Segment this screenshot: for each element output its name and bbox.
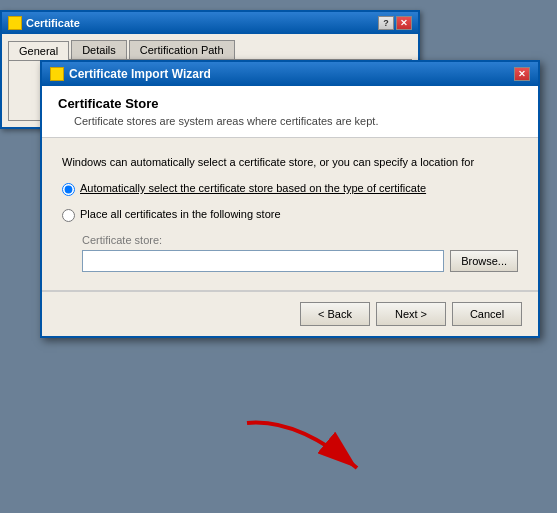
- wizard-title: Certificate Import Wizard: [69, 67, 211, 81]
- radio-manual-label[interactable]: Place all certificates in the following …: [80, 208, 281, 220]
- radio-auto-option: Automatically select the certificate sto…: [62, 182, 518, 196]
- wizard-window: Certificate Import Wizard ✕ Certificate …: [40, 60, 540, 338]
- radio-auto[interactable]: [62, 183, 75, 196]
- wizard-description: Windows can automatically select a certi…: [62, 156, 518, 168]
- wizard-title-group: Certificate Import Wizard: [50, 67, 211, 81]
- tab-details[interactable]: Details: [71, 40, 127, 59]
- certificate-titlebar: Certificate ? ✕: [2, 12, 418, 34]
- help-button[interactable]: ?: [378, 16, 394, 30]
- browse-button[interactable]: Browse...: [450, 250, 518, 272]
- tab-bar: General Details Certification Path: [8, 40, 412, 61]
- wizard-footer: < Back Next > Cancel: [42, 291, 538, 336]
- store-input[interactable]: [82, 250, 444, 272]
- close-button[interactable]: ✕: [396, 16, 412, 30]
- cancel-button[interactable]: Cancel: [452, 302, 522, 326]
- wizard-header-subtitle: Certificate stores are system areas wher…: [58, 115, 522, 127]
- tab-general[interactable]: General: [8, 41, 69, 60]
- store-label: Certificate store:: [82, 234, 518, 246]
- wizard-icon: [50, 67, 64, 81]
- certificate-icon: [8, 16, 22, 30]
- radio-manual[interactable]: [62, 209, 75, 222]
- radio-manual-option: Place all certificates in the following …: [62, 208, 518, 222]
- radio-auto-label[interactable]: Automatically select the certificate sto…: [80, 182, 426, 194]
- wizard-close-button[interactable]: ✕: [514, 67, 530, 81]
- store-input-row: Browse...: [82, 250, 518, 272]
- certificate-title-buttons: ? ✕: [378, 16, 412, 30]
- wizard-body: Certificate Store Certificate stores are…: [42, 86, 538, 336]
- certificate-title-group: Certificate: [8, 16, 80, 30]
- back-button[interactable]: < Back: [300, 302, 370, 326]
- tab-certification-path[interactable]: Certification Path: [129, 40, 235, 59]
- wizard-content: Windows can automatically select a certi…: [42, 138, 538, 290]
- wizard-header-title: Certificate Store: [58, 96, 522, 111]
- wizard-header: Certificate Store Certificate stores are…: [42, 86, 538, 138]
- red-arrow: [237, 413, 397, 493]
- certificate-title: Certificate: [26, 17, 80, 29]
- next-button[interactable]: Next >: [376, 302, 446, 326]
- wizard-titlebar: Certificate Import Wizard ✕: [42, 62, 538, 86]
- wizard-title-buttons: ✕: [514, 67, 530, 81]
